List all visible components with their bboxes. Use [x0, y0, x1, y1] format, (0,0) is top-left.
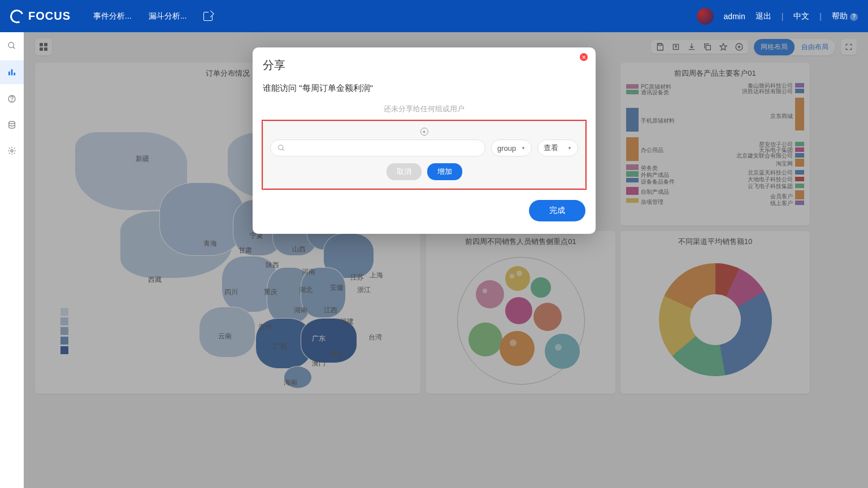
database-icon[interactable] [6, 119, 18, 130]
svg-rect-4 [14, 73, 15, 76]
logo-icon [8, 7, 26, 25]
logout-link[interactable]: 退出 [756, 11, 771, 21]
help-circle-icon[interactable] [6, 93, 18, 104]
svg-point-12 [279, 145, 283, 150]
svg-point-8 [11, 150, 13, 152]
modal-subtitle: 谁能访问 "每周订单金额利润" [263, 83, 585, 94]
divider: | [782, 12, 784, 21]
svg-line-13 [283, 149, 284, 151]
svg-rect-2 [8, 72, 10, 76]
help-icon: ? [850, 13, 858, 21]
share-modal: ✕ 分享 谁能访问 "每周订单金额利润" 还未分享给任何组或用户 + group… [253, 47, 596, 234]
nav-funnel-analysis[interactable]: 漏斗分析... [149, 11, 187, 21]
share-search-input[interactable] [270, 140, 485, 156]
brand-text: FOCUS [28, 10, 71, 23]
logo[interactable]: FOCUS [10, 10, 71, 23]
chevron-down-icon: ▼ [567, 146, 572, 151]
search-icon [277, 144, 285, 152]
help-link[interactable]: 帮助? [832, 11, 858, 21]
share-form-block: + group▼ 查看▼ 取消 增加 [263, 121, 585, 189]
svg-rect-3 [11, 69, 13, 76]
share-empty-hint: 还未分享给任何组或用户 [263, 104, 585, 114]
app-header: FOCUS 事件分析... 漏斗分析... admin 退出 | 中文 | 帮助… [0, 0, 868, 32]
search-field[interactable] [289, 144, 478, 152]
done-button[interactable]: 完成 [529, 200, 585, 221]
share-type-select[interactable]: group▼ [491, 140, 532, 156]
add-row-icon[interactable]: + [420, 128, 428, 136]
permission-select[interactable]: 查看▼ [537, 140, 578, 156]
gear-icon[interactable] [6, 145, 18, 156]
dashboard-icon[interactable] [0, 60, 24, 84]
left-sidebar [0, 32, 24, 488]
svg-point-0 [8, 42, 14, 47]
header-right: admin 退出 | 中文 | 帮助? [697, 8, 858, 25]
edit-icon[interactable] [203, 12, 212, 21]
cancel-button[interactable]: 取消 [387, 163, 422, 180]
svg-point-6 [12, 101, 12, 102]
chevron-down-icon: ▼ [521, 146, 526, 151]
divider: | [819, 12, 822, 21]
add-button[interactable]: 增加 [427, 163, 462, 180]
search-icon[interactable] [6, 40, 18, 51]
language-toggle[interactable]: 中文 [793, 11, 809, 21]
nav-event-analysis[interactable]: 事件分析... [93, 11, 132, 21]
svg-point-7 [9, 121, 15, 124]
modal-title: 分享 [263, 58, 585, 73]
avatar[interactable] [697, 8, 714, 25]
svg-line-1 [13, 47, 15, 49]
username[interactable]: admin [724, 12, 745, 21]
close-icon[interactable]: ✕ [580, 53, 588, 61]
